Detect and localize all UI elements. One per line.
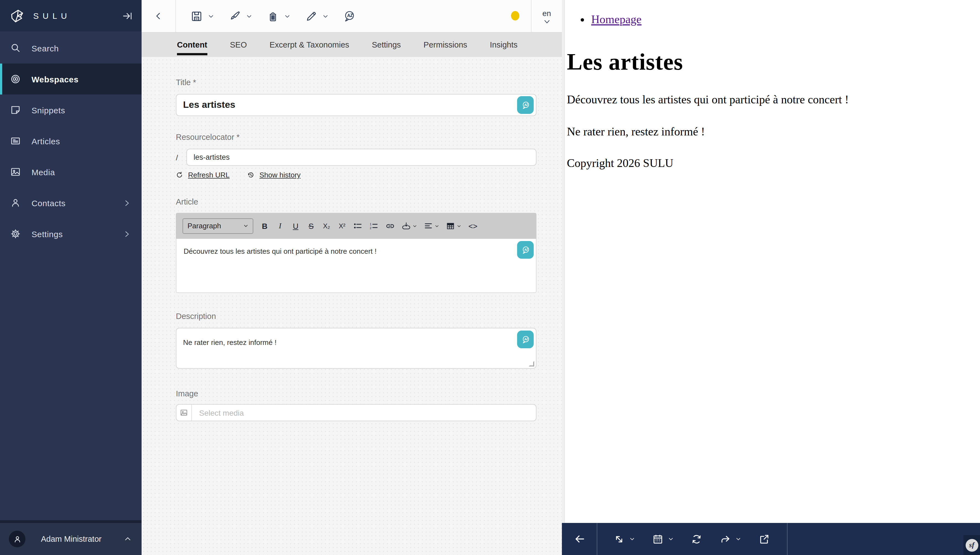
svg-text:2: 2 xyxy=(370,226,371,229)
content-form: Title * A Resourcelocator * / xyxy=(176,57,537,421)
description-field-shell: A xyxy=(176,328,537,369)
delete-button[interactable] xyxy=(267,10,290,22)
chevron-down-icon xyxy=(736,536,741,542)
sidebar-item-contacts[interactable]: Contacts xyxy=(0,188,141,218)
chevron-down-icon xyxy=(208,13,214,19)
title-input[interactable] xyxy=(177,95,536,115)
settings-icon xyxy=(10,228,21,239)
article-translate-button[interactable]: A xyxy=(517,241,534,259)
title-translate-button[interactable]: A xyxy=(517,96,534,114)
rich-text-editor: Paragraph B I U S X₂ X² xyxy=(176,213,537,293)
contacts-icon xyxy=(10,197,21,209)
refresh-url-label: Refresh URL xyxy=(188,171,230,179)
table-button[interactable] xyxy=(446,219,461,233)
preview-share-button[interactable] xyxy=(720,533,741,545)
image-label: Image xyxy=(176,389,537,398)
media-select-input[interactable] xyxy=(192,405,536,421)
back-button[interactable] xyxy=(141,0,176,32)
numbered-list-button[interactable]: 1 2 xyxy=(370,219,378,233)
snippets-icon xyxy=(10,104,21,115)
sidebar-item-snippets[interactable]: Snippets xyxy=(0,95,141,125)
preview-date-button[interactable] xyxy=(652,533,674,545)
webspaces-icon xyxy=(10,74,21,85)
translate-button[interactable]: A xyxy=(343,10,356,22)
save-icon xyxy=(190,10,203,22)
anchor-button[interactable] xyxy=(402,219,417,233)
title-field-shell: A xyxy=(176,94,537,116)
article-editor-body[interactable]: Découvrez tous les artistes qui ont part… xyxy=(176,239,537,293)
bullet-list-button[interactable] xyxy=(353,219,362,233)
svg-text:A: A xyxy=(524,103,526,106)
bold-button[interactable]: B xyxy=(260,219,269,233)
tab-permissions[interactable]: Permissions xyxy=(424,33,468,57)
tab-settings[interactable]: Settings xyxy=(372,33,401,57)
publish-status-dot xyxy=(511,11,519,21)
preview-paragraph: Ne rater rien, restez informé ! xyxy=(567,125,980,139)
symfony-logo: sf xyxy=(966,539,978,552)
chevron-down-icon xyxy=(668,536,674,542)
sidebar-item-webspaces[interactable]: Webspaces xyxy=(0,64,141,95)
preview-scrollbar[interactable] xyxy=(562,0,565,555)
tab-excerpt-taxonomies[interactable]: Excerpt & Taxonomies xyxy=(270,33,349,57)
subscript-button[interactable]: X₂ xyxy=(323,219,331,233)
sidebar-item-label: Search xyxy=(32,43,59,53)
tab-content[interactable]: Content xyxy=(177,33,207,57)
resize-icon xyxy=(613,533,625,545)
chevron-up-icon xyxy=(124,535,132,543)
tab-insights[interactable]: Insights xyxy=(490,33,518,57)
preview-open-external-button[interactable] xyxy=(758,533,770,545)
sidebar-item-articles[interactable]: Articles xyxy=(0,125,141,156)
svg-text:A: A xyxy=(524,337,526,340)
trash-icon xyxy=(267,10,279,22)
alignment-button[interactable] xyxy=(424,219,439,233)
sidebar: SULU Search xyxy=(0,0,141,555)
preview-nav-item: Homepage xyxy=(591,13,980,27)
show-history-link[interactable]: Show history xyxy=(247,171,300,179)
refresh-icon xyxy=(176,172,183,178)
tab-bar: Content SEO Excerpt & Taxonomies Setting… xyxy=(141,33,562,57)
sidebar-item-label: Contacts xyxy=(32,198,66,208)
language-switcher[interactable]: en xyxy=(531,0,562,33)
code-button[interactable]: <> xyxy=(468,219,477,233)
sidebar-item-search[interactable]: Search xyxy=(0,33,141,64)
description-translate-button[interactable]: A xyxy=(517,330,534,348)
save-button[interactable] xyxy=(190,10,214,22)
template-button[interactable] xyxy=(228,10,252,22)
edit-button[interactable] xyxy=(305,10,329,22)
preview-refresh-button[interactable] xyxy=(691,533,702,545)
underline-button[interactable]: U xyxy=(291,219,300,233)
sidebar-item-media[interactable]: Media xyxy=(0,156,141,188)
sulu-logo: SULU xyxy=(9,8,71,24)
share-icon xyxy=(720,533,731,545)
rte-toolbar: Paragraph B I U S X₂ X² xyxy=(176,213,537,239)
chevron-down-icon xyxy=(243,223,248,228)
user-menu[interactable]: Adam Ministrator xyxy=(0,520,141,555)
resourcelocator-input[interactable] xyxy=(187,149,536,165)
sidebar-collapse-icon[interactable] xyxy=(122,10,133,21)
italic-button[interactable]: I xyxy=(276,219,284,233)
strikethrough-button[interactable]: S xyxy=(307,219,315,233)
tab-seo[interactable]: SEO xyxy=(230,33,247,57)
brand-name: SULU xyxy=(33,11,71,21)
show-history-label: Show history xyxy=(259,171,300,179)
external-link-icon xyxy=(758,533,770,545)
media-select-field[interactable] xyxy=(176,404,537,421)
chevron-down-icon xyxy=(246,13,252,19)
superscript-button[interactable]: X² xyxy=(338,219,346,233)
preview-resize-button[interactable] xyxy=(613,533,635,545)
refresh-url-link[interactable]: Refresh URL xyxy=(176,171,230,179)
description-textarea[interactable] xyxy=(177,328,536,368)
sidebar-item-label: Articles xyxy=(32,136,60,146)
calendar-icon xyxy=(652,533,664,545)
sidebar-item-label: Webspaces xyxy=(32,74,79,84)
homepage-link[interactable]: Homepage xyxy=(591,13,641,26)
sidebar-item-settings[interactable]: Settings xyxy=(0,218,141,249)
symfony-debug-toolbar[interactable]: sf xyxy=(963,535,980,555)
link-button[interactable] xyxy=(386,219,395,233)
paragraph-format-select[interactable]: Paragraph xyxy=(183,218,253,234)
preview-nav-list: Homepage xyxy=(565,13,980,27)
articles-icon xyxy=(10,135,21,146)
preview-document: Homepage Les artistes Découvrez tous les… xyxy=(565,0,980,523)
preview-collapse-button[interactable] xyxy=(562,523,597,555)
resourcelocator-label: Resourcelocator * xyxy=(176,133,537,141)
